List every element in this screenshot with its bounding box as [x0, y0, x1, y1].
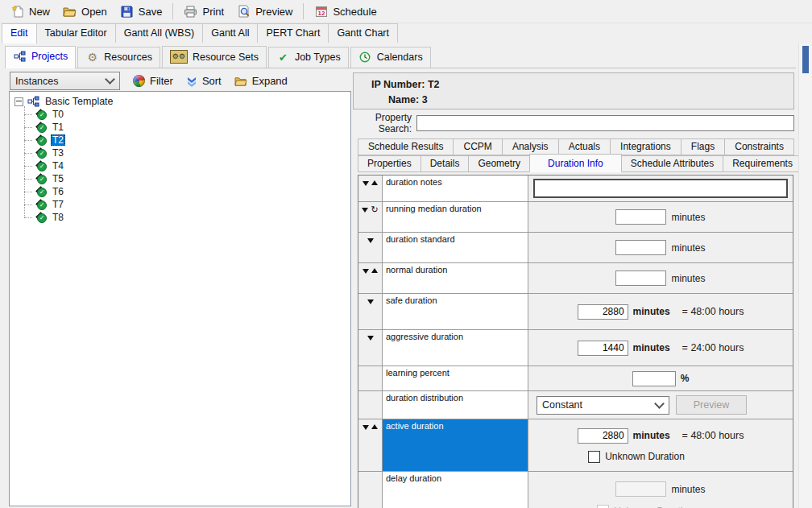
- sort-descending-icon[interactable]: [367, 238, 374, 243]
- preview-button[interactable]: Preview: [230, 2, 299, 20]
- field-label[interactable]: delay duration: [383, 472, 528, 508]
- print-button[interactable]: Print: [177, 2, 230, 20]
- field-label[interactable]: learning percent: [383, 366, 528, 390]
- tree-item[interactable]: ✓ T4: [14, 159, 350, 172]
- instances-dropdown[interactable]: Instances: [10, 72, 120, 90]
- tab-gantt-chart[interactable]: Gantt Chart: [328, 23, 398, 43]
- sort-descending-icon[interactable]: [362, 269, 369, 274]
- tree-item[interactable]: ✓ T6: [14, 185, 350, 198]
- tree-root-label[interactable]: Basic Template: [44, 96, 115, 107]
- tree-item[interactable]: ✓ T7: [14, 198, 350, 211]
- sort-button[interactable]: Sort: [186, 75, 222, 87]
- minutes-input[interactable]: [615, 209, 666, 225]
- unit-label: minutes: [633, 342, 670, 353]
- tab-properties[interactable]: Properties: [358, 155, 421, 172]
- sort-descending-icon[interactable]: [367, 299, 374, 304]
- open-button[interactable]: Open: [56, 2, 114, 20]
- expand-button[interactable]: Expand: [234, 75, 288, 87]
- field-label-selected[interactable]: active duration: [383, 419, 528, 471]
- tab-gantt-all-wbs[interactable]: Gantt All (WBS): [115, 23, 204, 43]
- field-label[interactable]: safe duration: [383, 294, 528, 329]
- tab-pert-chart[interactable]: PERT Chart: [257, 23, 329, 43]
- refresh-icon[interactable]: ↻: [371, 205, 378, 232]
- tree-item-label[interactable]: T1: [51, 122, 65, 133]
- task-check-icon: ✓: [35, 134, 47, 146]
- tree-item[interactable]: ✓ T0: [14, 108, 350, 121]
- field-label[interactable]: running median duration: [383, 202, 528, 232]
- tab-ccpm[interactable]: CCPM: [453, 138, 502, 155]
- distribution-dropdown[interactable]: Constant: [536, 396, 669, 415]
- tree-item-label[interactable]: T3: [51, 147, 65, 159]
- tab-duration-info[interactable]: Duration Info: [529, 154, 622, 172]
- field-label[interactable]: normal duration: [383, 263, 528, 293]
- scrollbar-thumb[interactable]: [802, 46, 809, 73]
- tab-actuals[interactable]: Actuals: [558, 138, 611, 155]
- tab-analysis[interactable]: Analysis: [502, 138, 559, 155]
- tab-resource-sets[interactable]: ⚙⚙ Resource Sets: [162, 46, 267, 68]
- new-button[interactable]: New: [4, 2, 56, 20]
- collapse-expander-icon[interactable]: [14, 97, 23, 106]
- tree-item[interactable]: ✓ T1: [14, 121, 350, 134]
- tab-projects[interactable]: Projects: [5, 46, 76, 68]
- tab-flags[interactable]: Flags: [681, 138, 725, 155]
- tree-item[interactable]: ✓ T5: [14, 172, 350, 185]
- tab-tabular-editor[interactable]: Tabular Editor: [36, 23, 116, 43]
- sort-descending-icon[interactable]: [362, 425, 369, 430]
- preview-distribution-button[interactable]: Preview: [676, 395, 747, 415]
- sort-descending-icon[interactable]: [362, 208, 368, 213]
- property-search-input[interactable]: [416, 115, 794, 131]
- tree-item-label[interactable]: T7: [51, 199, 65, 210]
- task-check-icon: ✓: [35, 212, 47, 223]
- minutes-input[interactable]: [578, 304, 628, 320]
- save-button[interactable]: Save: [114, 2, 169, 20]
- tree-item-selected[interactable]: ✓ T2: [14, 134, 350, 147]
- vertical-scrollbar[interactable]: [798, 43, 812, 508]
- tree-item[interactable]: ✓ T3: [14, 147, 350, 159]
- tab-requirements[interactable]: Requirements: [723, 155, 802, 172]
- hours-conversion-label: = 24:00 hours: [682, 342, 744, 353]
- tab-details[interactable]: Details: [420, 155, 470, 172]
- tab-schedule-attributes[interactable]: Schedule Attributes: [621, 155, 723, 172]
- schedule-button[interactable]: 12 Schedule: [308, 2, 383, 20]
- tree-item-label[interactable]: T6: [51, 186, 65, 197]
- tree-item-label[interactable]: T8: [51, 212, 65, 223]
- tab-constraints[interactable]: Constraints: [724, 138, 794, 155]
- sort-ascending-icon[interactable]: [371, 268, 378, 273]
- field-value-area: minutes: [528, 263, 793, 293]
- field-label[interactable]: duration distribution: [383, 391, 528, 419]
- tree-item-label[interactable]: T0: [51, 109, 65, 120]
- tree-item-label[interactable]: T5: [51, 173, 65, 184]
- minutes-input[interactable]: [615, 271, 666, 286]
- minutes-input[interactable]: [615, 240, 666, 255]
- task-check-icon: ✓: [35, 147, 47, 159]
- tab-integrations[interactable]: Integrations: [610, 138, 682, 155]
- tree-item-label[interactable]: T2: [51, 134, 65, 146]
- percent-input[interactable]: [632, 371, 676, 386]
- unknown-duration-checkbox[interactable]: [588, 451, 600, 463]
- tab-calendars[interactable]: Calendars: [350, 47, 431, 68]
- minutes-input[interactable]: [578, 341, 628, 356]
- field-label[interactable]: aggressive duration: [383, 330, 528, 366]
- property-tabs-row2: Properties Details Geometry Duration Inf…: [358, 155, 793, 172]
- minutes-input[interactable]: [578, 428, 628, 444]
- tree-root-row[interactable]: Basic Template: [14, 95, 350, 108]
- sort-descending-icon[interactable]: [367, 336, 374, 341]
- tree-item-label[interactable]: T4: [51, 160, 65, 171]
- tab-geometry[interactable]: Geometry: [468, 155, 530, 172]
- tree-item[interactable]: ✓ T8: [14, 211, 350, 224]
- sort-ascending-icon[interactable]: [371, 424, 378, 429]
- tab-resources[interactable]: ⚙ Resources: [77, 47, 160, 68]
- tab-resource-sets-label: Resource Sets: [193, 52, 259, 63]
- tab-schedule-results[interactable]: Schedule Results: [358, 138, 454, 155]
- unit-label: minutes: [671, 212, 705, 223]
- sort-descending-icon[interactable]: [362, 181, 369, 186]
- filter-button[interactable]: Filter: [133, 75, 173, 87]
- sort-ascending-icon[interactable]: [371, 180, 378, 185]
- duration-notes-input[interactable]: [533, 179, 788, 198]
- field-label[interactable]: duration standard: [383, 233, 528, 262]
- tab-edit[interactable]: Edit: [2, 23, 37, 43]
- field-label[interactable]: duration notes: [383, 176, 528, 201]
- tab-job-types[interactable]: ✔ Job Types: [268, 47, 349, 68]
- tree-children: ✓ T0 ✓ T1 ✓ T2 ✓ T3 ✓ T4: [14, 108, 350, 224]
- tab-gantt-all[interactable]: Gantt All: [202, 23, 258, 43]
